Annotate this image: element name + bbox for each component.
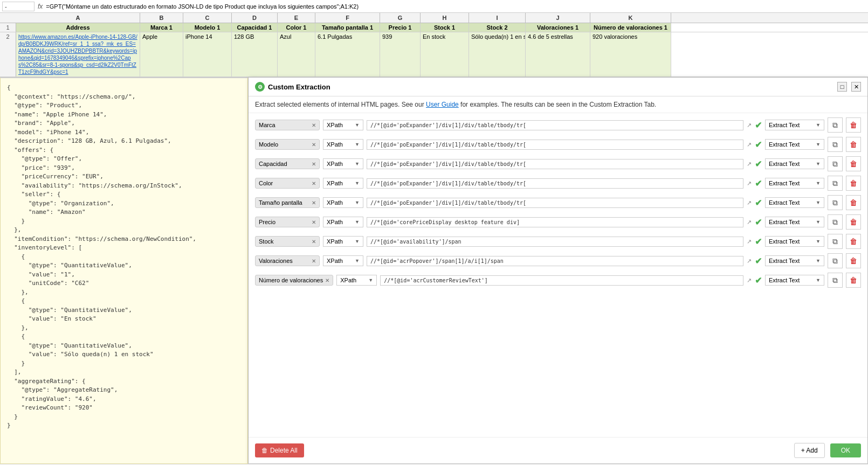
col-header-e[interactable]: E	[278, 13, 315, 23]
method-select-3[interactable]: XPath ▼	[323, 178, 363, 189]
delete-button-1[interactable]: 🗑	[846, 137, 861, 152]
cell-a2[interactable]: https://www.amazon.es/Apple-iPhone-14-12…	[16, 32, 140, 77]
delete-button-3[interactable]: 🗑	[846, 176, 861, 191]
col-header-j[interactable]: J	[526, 13, 590, 23]
field-remove-1[interactable]: ✕	[312, 142, 316, 148]
dialog-controls[interactable]: □ ✕	[837, 82, 861, 92]
cell-a1[interactable]: Address	[16, 23, 140, 32]
method-select-2[interactable]: XPath ▼	[323, 158, 363, 169]
field-remove-2[interactable]: ✕	[312, 161, 316, 167]
cell-j2[interactable]: 4.6 de 5 estrellas	[526, 32, 590, 77]
cell-b2[interactable]: Apple	[140, 32, 183, 77]
cell-f2[interactable]: 6.1 Pulgadas	[315, 32, 380, 77]
cell-k1[interactable]: Número de valoraciones 1	[590, 23, 671, 32]
cell-e1[interactable]: Color 1	[278, 23, 315, 32]
xpath-input-0[interactable]	[367, 120, 743, 130]
col-header-f[interactable]: F	[315, 13, 380, 23]
cell-g2[interactable]: 939	[380, 32, 421, 77]
field-remove-3[interactable]: ✕	[312, 181, 316, 186]
cell-g1[interactable]: Precio 1	[380, 23, 421, 32]
action-select-1[interactable]: Extract Text ▼	[765, 139, 824, 150]
cell-j1[interactable]: Valoraciones 1	[526, 23, 590, 32]
method-select-4[interactable]: XPath ▼	[323, 197, 363, 208]
cell-b1[interactable]: Marca 1	[140, 23, 183, 32]
method-select-1[interactable]: XPath ▼	[323, 139, 363, 150]
cell-f1[interactable]: Tamaño pantalla 1	[315, 23, 380, 32]
xpath-input-5[interactable]	[367, 217, 743, 227]
cell-e2[interactable]: Azul	[278, 32, 315, 77]
delete-button-8[interactable]: 🗑	[846, 273, 861, 288]
delete-button-2[interactable]: 🗑	[846, 156, 861, 171]
cell-d1[interactable]: Capacidad 1	[232, 23, 278, 32]
col-header-b[interactable]: B	[140, 13, 183, 23]
close-button[interactable]: ✕	[851, 82, 861, 92]
col-header-k[interactable]: K	[590, 13, 671, 23]
col-header-h[interactable]: H	[421, 13, 469, 23]
expand-icon-6[interactable]: ↗	[747, 238, 752, 245]
cell-h2[interactable]: En stock	[421, 32, 469, 77]
delete-button-4[interactable]: 🗑	[846, 195, 861, 210]
cell-d2[interactable]: 128 GB	[232, 32, 278, 77]
action-select-8[interactable]: Extract Text ▼	[765, 275, 824, 286]
copy-button-1[interactable]: ⧉	[828, 137, 843, 152]
field-remove-6[interactable]: ✕	[312, 239, 316, 245]
col-header-g[interactable]: G	[380, 13, 421, 23]
xpath-input-2[interactable]	[367, 159, 743, 169]
field-remove-0[interactable]: ✕	[312, 122, 316, 128]
action-select-7[interactable]: Extract Text ▼	[765, 255, 824, 266]
copy-button-3[interactable]: ⧉	[828, 176, 843, 191]
expand-icon-5[interactable]: ↗	[747, 219, 752, 226]
action-select-3[interactable]: Extract Text ▼	[765, 178, 824, 189]
xpath-input-6[interactable]	[367, 237, 743, 247]
cell-h1[interactable]: Stock 1	[421, 23, 469, 32]
delete-button-7[interactable]: 🗑	[846, 253, 861, 268]
cell-c1[interactable]: Modelo 1	[183, 23, 232, 32]
copy-button-4[interactable]: ⧉	[828, 195, 843, 210]
copy-button-6[interactable]: ⧉	[828, 234, 843, 249]
method-select-6[interactable]: XPath ▼	[323, 236, 363, 247]
minimize-button[interactable]: □	[837, 82, 847, 92]
expand-icon-3[interactable]: ↗	[747, 180, 752, 187]
copy-button-8[interactable]: ⧉	[828, 273, 843, 288]
action-select-6[interactable]: Extract Text ▼	[765, 236, 824, 247]
action-select-0[interactable]: Extract Text ▼	[765, 120, 824, 130]
xpath-input-3[interactable]	[367, 178, 743, 189]
delete-all-button[interactable]: 🗑 Delete All	[255, 443, 304, 457]
copy-button-5[interactable]: ⧉	[828, 214, 843, 230]
action-select-4[interactable]: Extract Text ▼	[765, 197, 824, 208]
field-remove-7[interactable]: ✕	[312, 258, 316, 264]
xpath-input-4[interactable]	[367, 198, 743, 208]
col-header-d[interactable]: D	[232, 13, 278, 23]
user-guide-link[interactable]: User Guide	[426, 101, 459, 108]
col-header-i[interactable]: I	[469, 13, 526, 23]
field-remove-4[interactable]: ✕	[312, 200, 316, 206]
copy-button-2[interactable]: ⧉	[828, 156, 843, 171]
expand-icon-8[interactable]: ↗	[747, 277, 752, 284]
col-header-c[interactable]: C	[183, 13, 232, 23]
cell-i2[interactable]: Sólo queda(n) 1 en stock	[469, 32, 526, 77]
copy-button-0[interactable]: ⧉	[828, 117, 843, 133]
method-select-0[interactable]: XPath ▼	[323, 120, 363, 130]
expand-icon-1[interactable]: ↗	[747, 141, 752, 148]
expand-icon-0[interactable]: ↗	[747, 122, 752, 129]
copy-button-7[interactable]: ⧉	[828, 253, 843, 268]
cell-c2[interactable]: iPhone 14	[183, 32, 232, 77]
address-link[interactable]: https://www.amazon.es/Apple-iPhone-14-12…	[18, 34, 137, 75]
action-select-5[interactable]: Extract Text ▼	[765, 217, 824, 227]
method-select-5[interactable]: XPath ▼	[323, 217, 363, 227]
xpath-input-1[interactable]	[367, 140, 743, 150]
method-select-8[interactable]: XPath ▼	[336, 275, 377, 286]
cell-i1[interactable]: Stock 2	[469, 23, 526, 32]
action-select-2[interactable]: Extract Text ▼	[765, 158, 824, 169]
cell-k2[interactable]: 920 valoraciones	[590, 32, 671, 77]
delete-button-6[interactable]: 🗑	[846, 234, 861, 249]
ok-button[interactable]: OK	[830, 443, 861, 457]
xpath-input-8[interactable]	[380, 275, 743, 286]
field-remove-5[interactable]: ✕	[312, 219, 316, 225]
method-select-7[interactable]: XPath ▼	[323, 255, 363, 266]
expand-icon-4[interactable]: ↗	[747, 199, 752, 206]
add-button[interactable]: + Add	[794, 443, 825, 458]
field-remove-8[interactable]: ✕	[325, 277, 329, 283]
delete-button-5[interactable]: 🗑	[846, 214, 861, 230]
expand-icon-2[interactable]: ↗	[747, 161, 752, 168]
